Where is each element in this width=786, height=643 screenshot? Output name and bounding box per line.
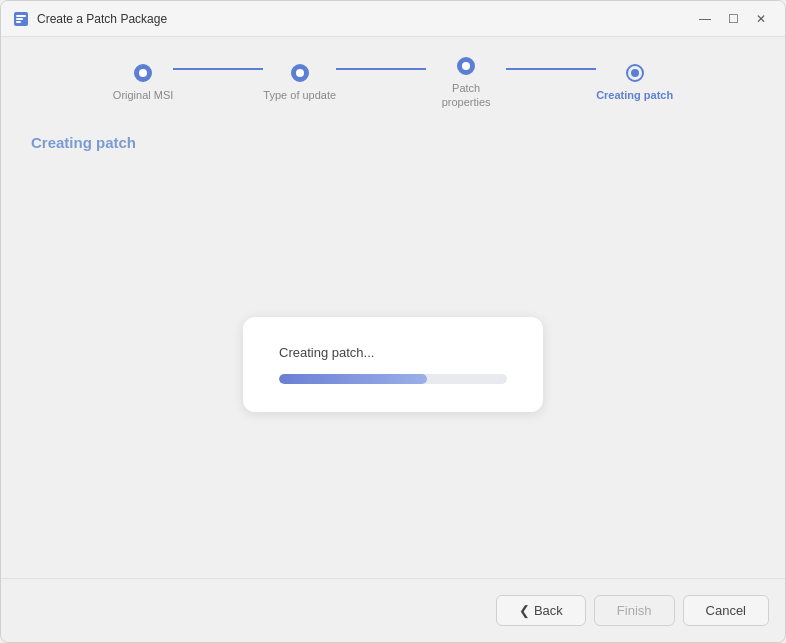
minimize-button[interactable]: —: [693, 7, 717, 31]
step-circle-creating-patch: [626, 64, 644, 82]
step-original-msi: Original MSI: [113, 64, 174, 102]
step-circle-inner-original-msi: [139, 69, 147, 77]
stepper-inner: Original MSI Type of update Patch prop: [113, 57, 673, 110]
step-circle-patch-properties: [457, 57, 475, 75]
step-circle-original-msi: [134, 64, 152, 82]
cancel-button[interactable]: Cancel: [683, 595, 769, 626]
step-line-2: [336, 68, 426, 70]
stepper: Original MSI Type of update Patch prop: [31, 57, 755, 110]
close-button[interactable]: ✕: [749, 7, 773, 31]
section-title: Creating patch: [31, 134, 755, 151]
main-area: Creating patch...: [31, 171, 755, 558]
maximize-button[interactable]: ☐: [721, 7, 745, 31]
back-icon: ❮: [519, 603, 530, 618]
step-type-of-update: Type of update: [263, 64, 336, 102]
step-label-creating-patch: Creating patch: [596, 88, 673, 102]
step-line-1: [173, 68, 263, 70]
window-controls: — ☐ ✕: [693, 7, 773, 31]
step-circle-inner-type-of-update: [296, 69, 304, 77]
step-circle-type-of-update: [291, 64, 309, 82]
step-circle-inner-patch-properties: [462, 62, 470, 70]
progress-bar-track: [279, 374, 507, 384]
title-bar: Create a Patch Package — ☐ ✕: [1, 1, 785, 37]
content-area: Original MSI Type of update Patch prop: [1, 37, 785, 578]
progress-bar-fill: [279, 374, 427, 384]
step-creating-patch: Creating patch: [596, 64, 673, 102]
step-line-3: [506, 68, 596, 70]
window: Create a Patch Package — ☐ ✕ Original MS…: [0, 0, 786, 643]
progress-label: Creating patch...: [279, 345, 507, 360]
svg-rect-1: [16, 15, 26, 17]
app-icon: [13, 11, 29, 27]
finish-button: Finish: [594, 595, 675, 626]
svg-rect-2: [16, 18, 23, 20]
back-button[interactable]: ❮ Back: [496, 595, 586, 626]
step-circle-inner-creating-patch: [631, 69, 639, 77]
step-label-original-msi: Original MSI: [113, 88, 174, 102]
step-label-type-of-update: Type of update: [263, 88, 336, 102]
step-label-patch-properties: Patch properties: [426, 81, 506, 110]
svg-rect-3: [16, 21, 21, 23]
footer: ❮ Back Finish Cancel: [1, 578, 785, 642]
back-label: Back: [534, 603, 563, 618]
step-patch-properties: Patch properties: [426, 57, 506, 110]
window-title: Create a Patch Package: [37, 12, 693, 26]
progress-card: Creating patch...: [243, 317, 543, 412]
